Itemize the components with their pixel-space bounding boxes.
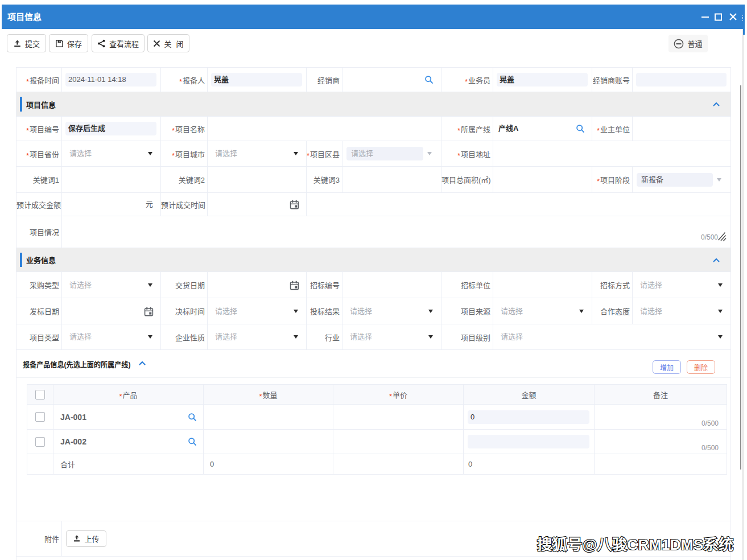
svg-text:搜狐号@八骏CRM1DMS系统: 搜狐号@八骏CRM1DMS系统 [537,536,733,553]
